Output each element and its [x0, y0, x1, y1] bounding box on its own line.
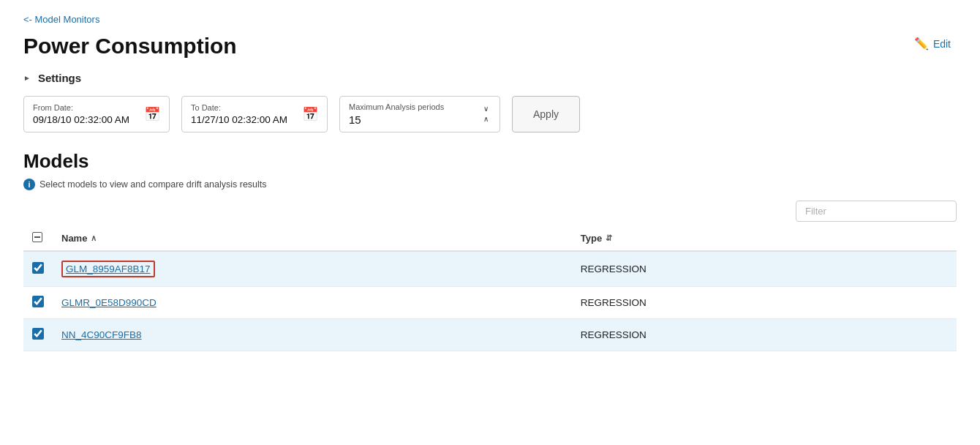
filter-input[interactable] [796, 201, 957, 222]
page: <- Model Monitors Power Consumption ✏️ E… [0, 0, 980, 445]
models-table: Name ∧ Type ⇵ GLM_8959AF8B17REGRESSIONGL… [23, 226, 957, 351]
info-row: i Select models to view and compare drif… [23, 179, 957, 190]
model-name-link[interactable]: GLM_8959AF8B17 [66, 263, 151, 274]
checkbox-cell [23, 251, 53, 287]
col-type-header[interactable]: Type ⇵ [572, 226, 957, 251]
back-link[interactable]: <- Model Monitors [23, 14, 99, 25]
to-date-content: To Date: 11/27/10 02:32:00 AM [191, 103, 287, 125]
edit-label: Edit [933, 38, 951, 50]
sort-asc-icon: ∧ [91, 233, 97, 243]
to-date-value: 11/27/10 02:32:00 AM [191, 114, 287, 125]
model-name-cell: NN_4C90CF9FB8 [53, 319, 572, 351]
row-checkbox[interactable] [32, 296, 44, 307]
table-header: Name ∧ Type ⇵ [23, 226, 957, 251]
to-date-field[interactable]: To Date: 11/27/10 02:32:00 AM 📅 [181, 96, 328, 132]
model-name-link[interactable]: GLMR_0E58D990CD [61, 297, 157, 308]
row-checkbox[interactable] [32, 262, 44, 274]
checkbox-cell [23, 319, 53, 351]
settings-toggle[interactable]: ► Settings [23, 72, 957, 84]
calendar-icon-from[interactable]: 📅 [144, 106, 160, 122]
model-name-cell: GLM_8959AF8B17 [53, 251, 572, 287]
edit-button[interactable]: ✏️ Edit [908, 34, 957, 53]
table-row: GLMR_0E58D990CDREGRESSION [23, 287, 957, 319]
models-tbody: GLM_8959AF8B17REGRESSIONGLMR_0E58D990CDR… [23, 251, 957, 351]
max-analysis-value: 15 [349, 113, 444, 126]
table-row: NN_4C90CF9FB8REGRESSION [23, 319, 957, 351]
models-title: Models [23, 150, 957, 173]
info-icon: i [23, 179, 35, 190]
select-all-checkbox[interactable] [32, 232, 42, 242]
from-date-content: From Date: 09/18/10 02:32:00 AM [33, 103, 129, 125]
models-section: Models i Select models to view and compa… [23, 150, 957, 351]
col-type-label: Type [581, 233, 602, 244]
from-date-field[interactable]: From Date: 09/18/10 02:32:00 AM 📅 [23, 96, 170, 132]
filter-row [23, 201, 957, 222]
max-analysis-content: Maximum Analysis periods 15 [349, 102, 444, 126]
model-type-cell: REGRESSION [572, 319, 957, 351]
from-date-value: 09/18/10 02:32:00 AM [33, 114, 129, 125]
max-analysis-field: Maximum Analysis periods 15 ∨ ∧ [339, 96, 500, 132]
sort-type-icon: ⇵ [606, 233, 612, 243]
page-title-row: Power Consumption ✏️ Edit [23, 34, 957, 59]
from-date-label: From Date: [33, 103, 129, 112]
spinners: ∨ ∧ [481, 105, 491, 124]
to-date-label: To Date: [191, 103, 287, 112]
model-type-cell: REGRESSION [572, 251, 957, 287]
table-header-row: Name ∧ Type ⇵ [23, 226, 957, 251]
spinner-up-button[interactable]: ∧ [481, 115, 491, 124]
checkbox-cell [23, 287, 53, 319]
model-type-cell: REGRESSION [572, 287, 957, 319]
calendar-icon-to[interactable]: 📅 [302, 106, 318, 122]
max-analysis-label: Maximum Analysis periods [349, 102, 444, 111]
row-checkbox[interactable] [32, 328, 44, 340]
pencil-icon: ✏️ [914, 37, 929, 51]
settings-label: Settings [38, 72, 81, 84]
apply-button[interactable]: Apply [512, 96, 580, 132]
page-title: Power Consumption [23, 34, 237, 59]
table-row: GLM_8959AF8B17REGRESSION [23, 251, 957, 287]
col-name-header[interactable]: Name ∧ [53, 226, 572, 251]
info-text: Select models to view and compare drift … [39, 179, 267, 190]
filters-row: From Date: 09/18/10 02:32:00 AM 📅 To Dat… [23, 96, 957, 132]
settings-section: ► Settings From Date: 09/18/10 02:32:00 … [23, 72, 957, 132]
chevron-right-icon: ► [23, 74, 31, 82]
select-all-cell [23, 226, 53, 251]
model-name-link[interactable]: NN_4C90CF9FB8 [61, 329, 142, 340]
col-name-label: Name [61, 233, 87, 244]
model-name-cell: GLMR_0E58D990CD [53, 287, 572, 319]
spinner-down-button[interactable]: ∨ [481, 105, 491, 113]
